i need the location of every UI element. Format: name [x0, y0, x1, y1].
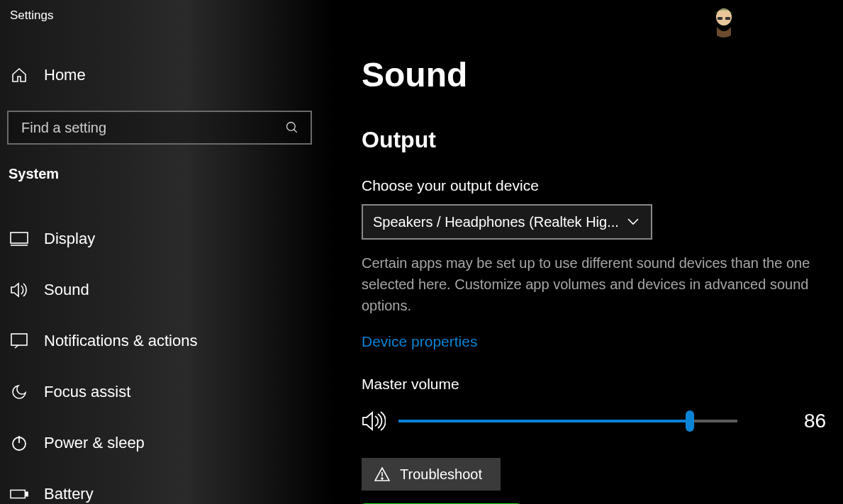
svg-rect-11 [725, 17, 730, 20]
search-icon [285, 121, 299, 135]
svg-rect-4 [11, 334, 27, 345]
slider-thumb[interactable] [686, 410, 694, 432]
device-properties-link[interactable]: Device properties [362, 333, 477, 350]
chevron-down-icon [627, 218, 640, 226]
sidebar-item-power-sleep[interactable]: Power & sleep [0, 418, 333, 469]
search-box[interactable] [7, 111, 312, 145]
output-heading: Output [362, 127, 829, 153]
svg-rect-10 [718, 17, 722, 20]
main-content: Sound Output Choose your output device S… [333, 0, 843, 504]
master-volume-row: 86 [362, 410, 829, 432]
volume-slider[interactable] [398, 420, 737, 422]
slider-fill [398, 420, 690, 422]
power-icon [10, 435, 28, 452]
window-title: Settings [0, 3, 333, 23]
svg-point-13 [381, 478, 383, 479]
system-nav: Display Sound Notifications & actions [0, 213, 333, 504]
notifications-icon [10, 333, 28, 349]
sidebar-item-label: Sound [44, 281, 89, 299]
output-device-label: Choose your output device [362, 177, 829, 194]
sidebar-item-sound[interactable]: Sound [0, 264, 333, 315]
sidebar-item-battery[interactable]: Battery [0, 469, 333, 504]
output-help-text: Certain apps may be set up to use differ… [362, 252, 829, 316]
home-nav[interactable]: Home [0, 60, 333, 91]
sidebar-item-label: Power & sleep [44, 434, 145, 452]
display-icon [10, 231, 28, 247]
battery-icon [10, 488, 28, 500]
svg-rect-8 [26, 492, 28, 496]
home-label: Home [44, 66, 86, 84]
svg-line-1 [294, 130, 297, 133]
sidebar-item-label: Notifications & actions [44, 332, 197, 350]
settings-sidebar: Settings Home System Display [0, 0, 333, 504]
sidebar-item-label: Focus assist [44, 383, 130, 401]
svg-rect-7 [11, 490, 25, 498]
volume-icon[interactable] [362, 410, 386, 432]
sound-icon [10, 281, 28, 298]
sidebar-item-notifications[interactable]: Notifications & actions [0, 315, 333, 366]
volume-value: 86 [804, 410, 826, 432]
output-device-value: Speakers / Headphones (Realtek Hig... [373, 214, 619, 230]
sidebar-item-display[interactable]: Display [0, 213, 333, 264]
sidebar-item-label: Battery [44, 485, 94, 503]
master-volume-label: Master volume [362, 376, 829, 393]
svg-rect-2 [11, 233, 28, 243]
svg-point-0 [287, 123, 296, 131]
troubleshoot-label: Troubleshoot [400, 466, 482, 483]
home-icon [10, 67, 28, 84]
output-device-dropdown[interactable]: Speakers / Headphones (Realtek Hig... [362, 204, 652, 240]
sidebar-item-label: Display [44, 230, 95, 248]
section-header-system: System [0, 145, 333, 182]
avatar[interactable] [711, 7, 737, 38]
focus-assist-icon [10, 383, 28, 401]
page-title: Sound [362, 55, 829, 94]
warning-icon [374, 467, 390, 481]
troubleshoot-button[interactable]: Troubleshoot [362, 458, 501, 491]
sidebar-item-focus-assist[interactable]: Focus assist [0, 366, 333, 418]
search-input[interactable] [21, 120, 277, 136]
